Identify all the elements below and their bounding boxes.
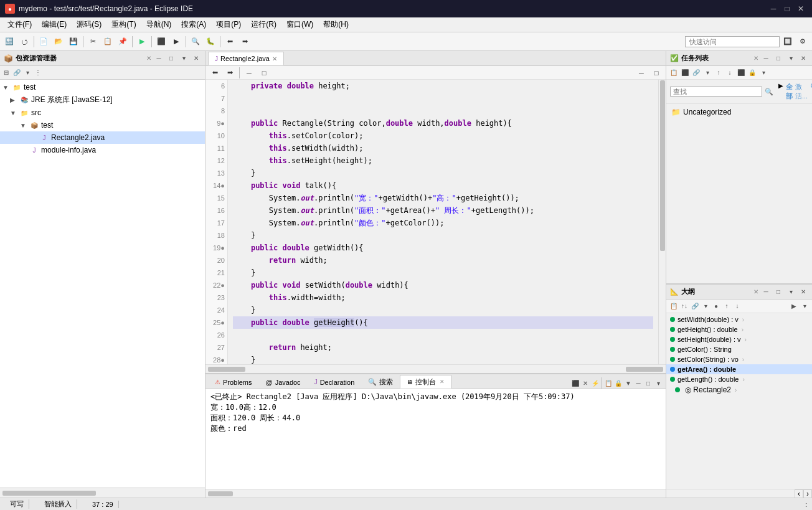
toolbar-new[interactable]: 📄 xyxy=(37,35,50,49)
tasks-tb-btn8[interactable]: 🔒 xyxy=(747,68,757,78)
outline-tb-btn2[interactable]: ↑↓ xyxy=(679,301,689,311)
outline-maximize-btn[interactable]: □ xyxy=(773,287,783,297)
console-hscroll-thumb[interactable] xyxy=(208,491,233,496)
close-button[interactable]: ✕ xyxy=(795,3,807,14)
menu-run[interactable]: 运行(R) xyxy=(246,18,281,31)
toolbar-save[interactable]: 💾 xyxy=(67,35,80,49)
tree-item-test-pkg[interactable]: ▼ 📦 test xyxy=(0,119,205,131)
outline-tb-btn7[interactable]: ↓ xyxy=(732,301,742,311)
outline-close-btn[interactable]: ✕ xyxy=(798,287,808,297)
editor-toolbar-btn1[interactable]: ⬅ xyxy=(208,66,222,80)
console-minimize-btn[interactable]: ─ xyxy=(633,378,643,388)
tree-toggle-jre[interactable]: ▶ xyxy=(10,97,17,103)
toolbar-btn-12[interactable]: 🐛 xyxy=(204,35,217,49)
outline-tb-btn3[interactable]: 🔗 xyxy=(690,301,700,311)
console-maximize-btn[interactable]: □ xyxy=(643,378,653,388)
toolbar-btn-10[interactable]: ▶ xyxy=(169,35,183,49)
editor-toolbar-btn2[interactable]: ➡ xyxy=(223,66,237,80)
menu-project[interactable]: 项目(P) xyxy=(211,18,246,31)
tasks-filter-all[interactable]: 全部 xyxy=(786,82,793,101)
editor-hscroll[interactable] xyxy=(205,364,666,373)
tree-toggle-test-pkg[interactable]: ▼ xyxy=(20,122,27,129)
tree-toggle-project[interactable]: ▼ xyxy=(2,84,10,91)
tasks-maximize-btn[interactable]: □ xyxy=(773,54,783,64)
tasks-tb-btn2[interactable]: ⬛ xyxy=(680,68,690,78)
outline-tb-btn4[interactable]: ▾ xyxy=(701,301,710,311)
outline-tb-btn8[interactable]: ▶ xyxy=(789,301,799,311)
console-btn3[interactable]: ▼ xyxy=(623,378,633,388)
outline-tb-btn5[interactable]: ● xyxy=(711,301,721,311)
panel-menu-btn[interactable]: ▾ xyxy=(179,54,189,64)
outline-tb-btn9[interactable]: ▾ xyxy=(800,301,810,311)
toolbar-btn-8[interactable]: ▶ xyxy=(135,35,149,49)
panel-minimize-btn[interactable]: ─ xyxy=(154,54,164,64)
outline-item-class[interactable]: ◎ Rectangle2 › xyxy=(666,384,812,395)
editor-toolbar-btn4[interactable]: □ xyxy=(257,66,271,80)
console-btn2[interactable]: 🔒 xyxy=(613,378,623,388)
menu-refactor[interactable]: 重构(T) xyxy=(106,18,141,31)
toolbar-btn-15[interactable]: 🔲 xyxy=(781,35,795,49)
tab-close-btn[interactable]: ✕ xyxy=(272,55,277,62)
outline-item-setheight[interactable]: setHeight(double) : v › xyxy=(666,334,812,344)
editor-hscroll-thumb[interactable] xyxy=(208,367,245,372)
outline-scroll-left[interactable]: ‹ xyxy=(795,489,803,498)
outline-item-setcolor[interactable]: setColor(String) : vo › xyxy=(666,354,812,364)
editor-scrollbar[interactable] xyxy=(658,80,666,364)
tab-declaration[interactable]: J Declaration xyxy=(308,375,362,389)
console-btn1[interactable]: 📋 xyxy=(603,378,613,388)
tasks-tb-btn9[interactable]: ▾ xyxy=(758,68,768,78)
outline-menu-btn[interactable]: ▾ xyxy=(786,287,796,297)
tasks-tb-btn4[interactable]: ▾ xyxy=(702,68,712,78)
tab-javadoc[interactable]: @ Javadoc xyxy=(258,375,307,389)
editor-scroll-thumb[interactable] xyxy=(660,80,665,251)
tasks-minimize-btn[interactable]: ─ xyxy=(761,54,771,64)
outline-minimize-btn[interactable]: ─ xyxy=(761,287,771,297)
toolbar-btn-2[interactable]: ⭯ xyxy=(17,35,31,49)
menu-window[interactable]: 窗口(W) xyxy=(281,18,318,31)
panel-maximize-btn[interactable]: □ xyxy=(166,54,176,64)
panel-close-btn[interactable]: ✕ xyxy=(191,54,201,64)
tasks-filter-active[interactable]: 激活... xyxy=(795,82,808,101)
menu-source[interactable]: 源码(S) xyxy=(72,18,106,31)
toolbar-btn-14[interactable]: ➡ xyxy=(238,35,252,49)
minimize-button[interactable]: ─ xyxy=(767,3,780,14)
tasks-filter-expand[interactable]: ▶ xyxy=(778,82,783,101)
console-terminate2-btn[interactable]: ✕ xyxy=(580,378,590,388)
editor-hscroll-thumb2[interactable] xyxy=(626,367,663,372)
console-stop-btn[interactable]: ⚡ xyxy=(590,378,600,388)
tab-problems[interactable]: ⚠ Problems xyxy=(208,375,258,389)
tasks-tb-btn7[interactable]: ⬛ xyxy=(736,68,746,78)
toolbar-btn-1[interactable]: 🔙 xyxy=(2,35,16,49)
left-panel-hscroll[interactable] xyxy=(0,488,205,498)
console-terminate-btn[interactable]: ⬛ xyxy=(570,378,580,388)
outline-tb-btn6[interactable]: ↑ xyxy=(722,301,732,311)
toolbar-btn-11[interactable]: 🔍 xyxy=(189,35,202,49)
tree-item-project[interactable]: ▼ 📁 test xyxy=(0,81,205,93)
tasks-search-input[interactable] xyxy=(670,87,762,97)
menu-navigate[interactable]: 导航(N) xyxy=(141,18,177,31)
pkg-menu-btn[interactable]: ⋮ xyxy=(33,68,43,78)
menu-file[interactable]: 文件(F) xyxy=(2,18,37,31)
quick-access-input[interactable] xyxy=(685,36,780,47)
outline-scroll-right[interactable]: › xyxy=(803,489,812,498)
code-view[interactable]: private double height; public Rectangle(… xyxy=(228,80,658,364)
console-menu-btn[interactable]: ▾ xyxy=(653,378,663,388)
editor-toolbar-btn3[interactable]: ─ xyxy=(242,66,256,80)
editor-minimize-btn[interactable]: ─ xyxy=(635,66,648,80)
menu-help[interactable]: 帮助(H) xyxy=(318,18,354,31)
tasks-tb-btn3[interactable]: 🔗 xyxy=(691,68,701,78)
outline-tb-btn1[interactable]: 📋 xyxy=(669,301,679,311)
toolbar-btn-7[interactable]: 📌 xyxy=(116,35,130,49)
outline-item-setwidth[interactable]: setWidth(double) : v › xyxy=(666,314,812,324)
tree-item-jre[interactable]: ▶ 📚 JRE 系统库 [JavaSE-12] xyxy=(0,93,205,106)
toolbar-btn-9[interactable]: ⬛ xyxy=(154,35,168,49)
toolbar-open[interactable]: 📂 xyxy=(52,35,65,49)
tree-item-src[interactable]: ▼ 📁 src xyxy=(0,106,205,119)
toolbar-btn-6[interactable]: 📋 xyxy=(101,35,115,49)
outline-item-getheight[interactable]: getHeight() : double › xyxy=(666,324,812,334)
pkg-collapse-btn[interactable]: ⊟ xyxy=(1,68,11,78)
menu-edit[interactable]: 编辑(E) xyxy=(37,18,72,31)
console-hscroll[interactable] xyxy=(205,489,666,498)
tasks-close-btn[interactable]: ✕ xyxy=(798,54,808,64)
editor-tab-rectangle2[interactable]: J Rectangle2.java ✕ xyxy=(208,52,284,65)
